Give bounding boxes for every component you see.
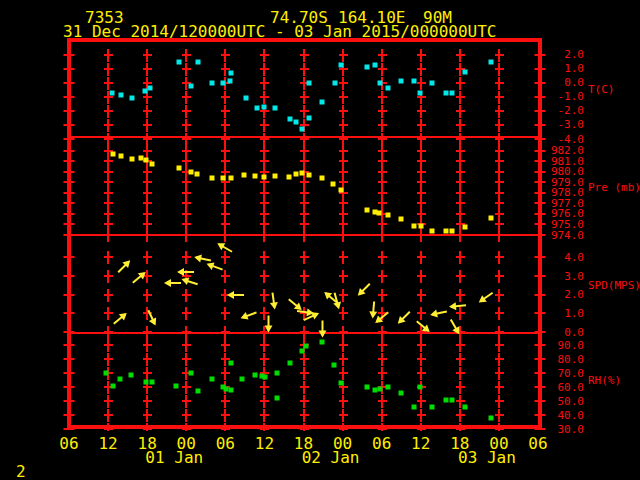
pressure-data-point [331,182,336,187]
temperature-data-point [119,93,124,98]
relative_humidity-data-point [209,376,214,381]
plot-area: 2.01.00.0-1.0-2.0-3.0-4.0T(C)982.0981.09… [0,0,640,480]
wind-direction-arrow [416,320,429,331]
temperature-data-point [411,79,416,84]
pressure-data-point [209,176,214,181]
temperature-data-point [372,62,377,67]
relative_humidity-data-point [365,385,370,390]
pressure-data-point [377,210,382,215]
pressure-data-point [286,175,291,180]
axis-tick-label: -1.0 [522,91,584,102]
panel-unit-label-temperature: T(C) [588,84,615,95]
axis-tick-label: 1.0 [522,63,584,74]
temperature-data-point [463,69,468,74]
wind-direction-arrow [450,319,459,333]
relative_humidity-data-point [117,376,122,381]
page-number: 2 [16,464,26,480]
temperature-data-point [177,59,182,64]
wind-direction-arrow [242,312,257,319]
temperature-data-point [293,120,298,125]
pressure-data-point [443,228,448,233]
pressure-data-point [228,176,233,181]
relative_humidity-data-point [418,385,423,390]
pressure-data-point [143,158,148,163]
temperature-data-point [195,59,200,64]
relative_humidity-data-point [274,396,279,401]
pressure-data-point [411,223,416,228]
temperature-data-point [147,86,152,91]
wind-direction-arrow [432,311,447,316]
relative_humidity-data-point [263,375,268,380]
relative_humidity-data-point [372,387,377,392]
relative_humidity-data-point [174,383,179,388]
wind-direction-arrow [358,283,370,295]
relative_humidity-data-point [385,385,390,390]
x-axis-hour-label: 12 [255,436,274,452]
pressure-data-point [253,173,258,178]
x-axis-hour-label: 12 [411,436,430,452]
relative_humidity-data-point [253,372,258,377]
pressure-data-point [489,216,494,221]
relative_humidity-data-point [128,372,133,377]
relative_humidity-data-point [104,371,109,376]
wind-direction-arrow [113,313,126,324]
pressure-data-point [398,217,403,222]
temperature-data-point [443,90,448,95]
wind-direction-arrow [451,304,466,307]
pressure-data-point [430,228,435,233]
axis-tick-label: 4.0 [522,252,584,263]
temperature-data-point [209,80,214,85]
axis-tick-label: 3.0 [522,271,584,282]
temperature-data-point [261,104,266,109]
temperature-data-point [130,96,135,101]
wind-direction-arrow [321,321,323,336]
pressure-data-point [241,172,246,177]
temperature-data-point [243,96,248,101]
relative_humidity-data-point [275,371,280,376]
pressure-data-point [130,157,135,162]
x-axis-hour-label: 06 [216,436,235,452]
wind-direction-arrow [179,271,194,273]
pressure-data-point [463,224,468,229]
wind-direction-arrow [372,301,375,316]
relative_humidity-data-point [287,361,292,366]
wind-direction-arrow [480,291,493,301]
relative_humidity-data-point [463,404,468,409]
pressure-data-point [194,171,199,176]
x-axis-day-label: 03 Jan [458,450,516,466]
pressure-data-point [221,176,226,181]
relative_humidity-data-point [339,380,344,385]
wind-direction-arrow [288,298,301,309]
pressure-data-point [385,212,390,217]
relative_humidity-data-point [110,383,115,388]
axis-tick-label: 2.0 [522,49,584,60]
axis-tick-label: 60.0 [522,382,584,393]
x-axis-hour-label: 06 [528,436,547,452]
temperature-data-point [398,79,403,84]
x-axis-day-label: 02 Jan [302,450,360,466]
temperature-data-point [365,65,370,70]
axis-tick-label: 40.0 [522,410,584,421]
pressure-data-point [307,172,312,177]
relative_humidity-data-point [189,371,194,376]
temperature-data-point [109,90,114,95]
relative_humidity-data-point [443,397,448,402]
axis-tick-label: 974.0 [522,230,584,241]
temperature-data-point [287,117,292,122]
relative_humidity-data-point [411,404,416,409]
temperature-data-point [418,90,423,95]
temperature-data-point [229,70,234,75]
axis-tick-label: 80.0 [522,354,584,365]
relative_humidity-data-point [430,404,435,409]
relative_humidity-data-point [240,376,245,381]
axis-tick-label: -3.0 [522,119,584,130]
axis-tick-label: 0.0 [522,77,584,88]
temperature-data-point [307,80,312,85]
panel-unit-label-relative_humidity: RH(%) [588,375,621,386]
temperature-data-point [220,80,225,85]
relative_humidity-data-point [143,379,148,384]
temperature-data-point [450,90,455,95]
x-axis-day-label: 01 Jan [145,450,203,466]
relative_humidity-data-point [398,390,403,395]
x-axis-hour-label: 06 [59,436,78,452]
